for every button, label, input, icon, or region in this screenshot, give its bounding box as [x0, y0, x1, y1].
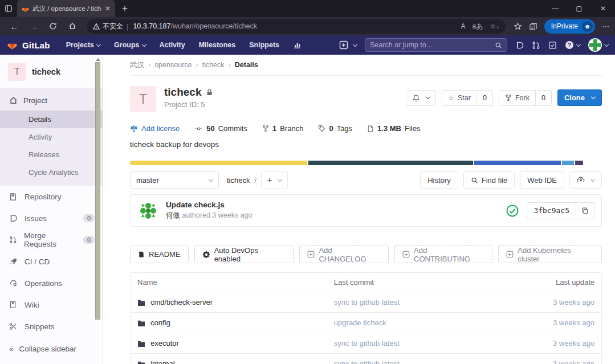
new-tab-icon[interactable]: +: [122, 3, 128, 14]
breadcrumb-project[interactable]: ticheck: [202, 61, 225, 69]
readme-button[interactable]: README: [130, 246, 189, 263]
security-label[interactable]: 不安全: [103, 22, 123, 31]
merge-requests-icon[interactable]: [532, 41, 540, 50]
user-menu[interactable]: [588, 38, 608, 52]
table-row[interactable]: internal sync to github latest 3 weeks a…: [131, 353, 601, 364]
add-contributing-button[interactable]: Add CONTRIBUTING: [394, 246, 492, 263]
sidebar-item-details[interactable]: Details: [0, 111, 103, 128]
files-stat[interactable]: 1.3 MBFiles: [367, 124, 420, 133]
star-button[interactable]: ☆ Star: [442, 90, 477, 106]
collections-icon[interactable]: [529, 22, 537, 31]
file-commit[interactable]: sync to github latest: [334, 339, 532, 347]
nav-snippets[interactable]: Snippets: [243, 35, 285, 55]
notifications-button[interactable]: [406, 90, 436, 106]
star-count[interactable]: 0: [477, 90, 493, 106]
branches-stat[interactable]: 1Branch: [262, 124, 303, 133]
clone-button[interactable]: Clone: [557, 89, 602, 106]
pipeline-status-icon[interactable]: [506, 205, 519, 217]
add-favorite-icon[interactable]: ☆₊: [490, 22, 500, 30]
commit-sha[interactable]: 3fbc9ac5: [527, 202, 576, 219]
collapse-sidebar-button[interactable]: « Collapse sidebar: [0, 339, 103, 358]
sidebar-item-merge-requests[interactable]: Merge Requests 0: [0, 229, 103, 251]
close-window-icon[interactable]: ✕: [591, 0, 615, 17]
file-name[interactable]: cmd/ticheck-server: [150, 298, 213, 306]
translate-icon[interactable]: aあ: [473, 22, 483, 31]
forward-icon[interactable]: →: [25, 19, 42, 34]
branch-selector[interactable]: master: [130, 171, 219, 189]
close-tab-icon[interactable]: ✕: [105, 5, 111, 13]
tags-stat[interactable]: 0Tags: [318, 124, 352, 133]
read-aloud-icon[interactable]: A: [461, 22, 466, 30]
auto-devops-button[interactable]: Auto DevOps enabled: [194, 246, 294, 263]
file-name[interactable]: executor: [150, 339, 179, 347]
favorites-icon[interactable]: [514, 22, 522, 31]
sidebar-item-project[interactable]: Project: [0, 90, 103, 111]
file-name[interactable]: config: [150, 318, 170, 327]
scrollbar-thumb[interactable]: [95, 62, 100, 320]
breadcrumb-group[interactable]: 武汉: [130, 60, 144, 70]
sidebar-item-snippets[interactable]: Snippets: [0, 316, 103, 337]
file-commit[interactable]: sync to github latest: [334, 298, 532, 306]
search-input[interactable]: [370, 41, 495, 49]
language-bar[interactable]: [130, 161, 602, 165]
file-commit[interactable]: sync to github latest: [334, 359, 532, 364]
history-button[interactable]: History: [420, 171, 458, 189]
help-menu[interactable]: ?: [565, 40, 580, 50]
sidebar-project-name[interactable]: ticheck: [32, 67, 60, 76]
download-button[interactable]: [569, 171, 602, 189]
nav-projects[interactable]: Projects: [60, 35, 106, 55]
gear-icon: [202, 251, 210, 259]
tab-actions-icon[interactable]: [0, 5, 17, 13]
sidebar-scrollbar[interactable]: [95, 58, 101, 329]
commits-stat[interactable]: 50Commits: [194, 124, 247, 133]
nav-milestones[interactable]: Milestones: [193, 35, 242, 55]
commit-author[interactable]: 何傲: [166, 211, 180, 219]
sidebar-item-repository[interactable]: Repository: [0, 186, 103, 207]
search-box[interactable]: [365, 38, 507, 52]
home-icon[interactable]: [64, 19, 81, 34]
commit-message[interactable]: Update check.js: [166, 201, 252, 209]
scroll-up-icon[interactable]: [96, 58, 100, 61]
more-options-icon[interactable]: ⋯: [602, 22, 609, 31]
sidebar-item-cycle-analytics[interactable]: Cycle Analytics: [0, 163, 103, 181]
maximize-icon[interactable]: ▢: [567, 0, 591, 17]
find-file-button[interactable]: Find file: [463, 171, 515, 189]
repo-root-link[interactable]: ticheck: [227, 176, 250, 185]
add-license-link[interactable]: Add license: [130, 124, 180, 133]
issues-icon[interactable]: [515, 41, 524, 50]
add-kubernetes-button[interactable]: Add Kubernetes cluster: [498, 246, 602, 263]
sidebar-item-cicd[interactable]: CI / CD: [0, 251, 103, 272]
browser-toolbar: ← → 不安全 | 10.3.70.187 /wuhan/opensource/…: [0, 17, 615, 35]
sidebar-item-issues[interactable]: Issues 0: [0, 207, 103, 229]
add-file-button[interactable]: +: [261, 171, 288, 189]
sidebar-item-activity[interactable]: Activity: [0, 128, 103, 146]
sidebar-item-releases[interactable]: Releases: [0, 146, 103, 163]
address-bar[interactable]: 不安全 | 10.3.70.187 /wuhan/opensource/tich…: [87, 19, 506, 34]
browser-tab[interactable]: 武汉 / opensource / ticheck · Git ✕: [17, 0, 115, 17]
sidebar-item-wiki[interactable]: Wiki: [0, 294, 103, 316]
table-row[interactable]: cmd/ticheck-server sync to github latest…: [131, 292, 601, 312]
copy-sha-button[interactable]: [576, 202, 594, 219]
add-changelog-button[interactable]: Add CHANGELOG: [299, 246, 389, 263]
fork-count[interactable]: 0: [536, 90, 552, 106]
language-segment: [130, 161, 307, 165]
back-icon[interactable]: ←: [6, 19, 23, 34]
sidebar-item-operations[interactable]: Operations: [0, 272, 103, 294]
new-menu-button[interactable]: [339, 40, 357, 50]
nav-activity[interactable]: Activity: [154, 35, 191, 55]
refresh-icon[interactable]: [44, 19, 62, 34]
nav-groups[interactable]: Groups: [108, 35, 151, 55]
minimize-icon[interactable]: —: [543, 0, 567, 17]
file-name[interactable]: internal: [150, 359, 175, 364]
web-ide-button[interactable]: Web IDE: [520, 171, 564, 189]
table-row[interactable]: executor sync to github latest 3 weeks a…: [131, 333, 601, 353]
inprivate-badge[interactable]: InPrivate ☻: [544, 19, 595, 34]
table-row[interactable]: config upgrade ticheck 3 weeks ago: [131, 312, 601, 333]
commit-author-avatar[interactable]: [137, 200, 159, 222]
chart-icon[interactable]: [287, 35, 307, 55]
breadcrumb-subgroup[interactable]: opensource: [154, 61, 192, 69]
todos-icon[interactable]: [548, 41, 557, 50]
gitlab-home-link[interactable]: GitLab: [7, 40, 50, 50]
fork-button[interactable]: Fork: [499, 90, 536, 106]
file-commit[interactable]: upgrade ticheck: [334, 318, 532, 327]
